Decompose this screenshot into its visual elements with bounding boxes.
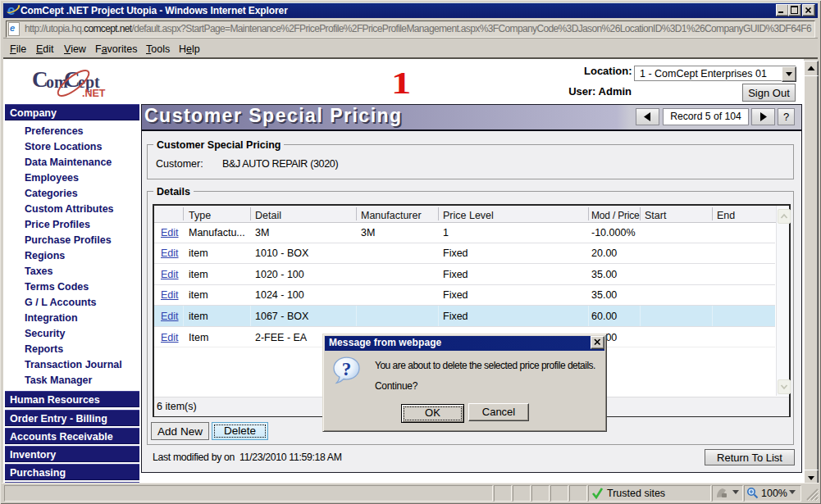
svg-text:e: e [7, 2, 15, 17]
svg-text:?: ? [342, 359, 352, 379]
